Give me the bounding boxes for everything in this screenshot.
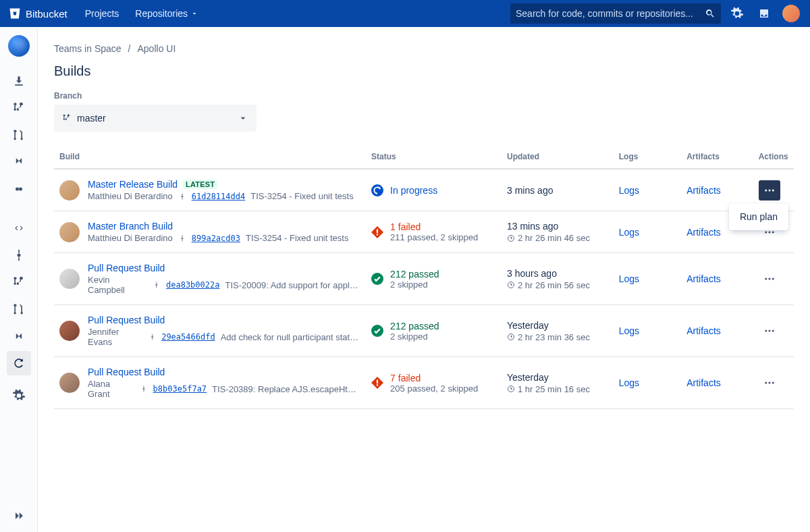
rail-clone[interactable] [7, 69, 31, 93]
project-icon[interactable] [8, 35, 30, 57]
build-title-link[interactable]: Master Release Build [88, 179, 178, 190]
row-actions-button[interactable] [759, 269, 780, 289]
th-logs: Logs [614, 147, 681, 169]
action-run-plan[interactable]: Run plan [729, 207, 788, 226]
th-actions: Actions [753, 147, 794, 169]
commit-hash-link[interactable]: 29ea5466dfd [161, 332, 215, 342]
branch-icon [62, 113, 72, 123]
avatar [59, 373, 80, 393]
nav-repositories[interactable]: Repositories [128, 0, 205, 27]
status-main: 1 failed [390, 221, 478, 232]
svg-point-3 [181, 195, 183, 197]
svg-rect-11 [377, 234, 378, 235]
row-actions-button[interactable] [759, 373, 780, 393]
updated-time: Yesterday [507, 320, 608, 331]
branch-selected: master [77, 113, 106, 124]
svg-point-14 [768, 231, 770, 233]
clock-icon [507, 333, 515, 341]
status-icon [371, 226, 383, 238]
build-duration: 1 hr 25 min 16 sec [507, 384, 608, 394]
cycle-icon [12, 356, 26, 370]
svg-rect-10 [377, 229, 378, 233]
chevron-down-icon [238, 113, 248, 124]
build-title-link[interactable]: Pull Request Build [88, 315, 165, 325]
build-title-link[interactable]: Master Branch Build [88, 221, 173, 232]
more-icon [763, 273, 776, 285]
search-input[interactable] [516, 8, 705, 19]
svg-point-33 [768, 382, 770, 384]
row-actions-button[interactable] [759, 180, 780, 201]
app-logo[interactable]: Bitbucket [8, 7, 68, 20]
status-main: In progress [390, 185, 437, 196]
clock-icon [507, 385, 515, 393]
status-sub: 2 skipped [390, 331, 439, 342]
commit-hash-link[interactable]: dea83b0022a [166, 280, 219, 290]
more-icon [763, 377, 776, 389]
commit-hash-link[interactable]: 61d28114dd4 [192, 192, 245, 201]
more-icon [763, 325, 776, 337]
logs-link[interactable]: Logs [619, 377, 639, 388]
commit-message: TIS-3254 - Fixed unit tests [246, 233, 348, 243]
build-author: Matthieu Di Berardino [88, 191, 173, 201]
settings-button[interactable] [726, 3, 748, 24]
rail-pull-requests2[interactable] [7, 297, 31, 321]
build-title-link[interactable]: Pull Request Build [88, 367, 165, 377]
svg-point-2 [17, 254, 20, 257]
svg-point-21 [772, 278, 774, 280]
artifacts-link[interactable]: Artifacts [686, 227, 721, 238]
row-actions-button[interactable] [759, 321, 780, 341]
table-row: Pull Request Build Alana Grant b8b03e5f7… [54, 357, 794, 409]
commit-message: Add check for null participant status… [221, 332, 360, 342]
rail-source[interactable] [7, 216, 31, 240]
branch-icon [12, 101, 26, 115]
artifacts-link[interactable]: Artifacts [686, 273, 721, 284]
nav-projects[interactable]: Projects [78, 0, 126, 27]
status-main: 7 failed [390, 373, 478, 383]
build-author: Jennifer Evans [88, 327, 143, 347]
logs-link[interactable]: Logs [619, 325, 639, 336]
build-author: Matthieu Di Berardino [88, 233, 173, 243]
rail-pipelines[interactable] [7, 177, 31, 201]
profile-button[interactable] [780, 3, 802, 24]
svg-point-4 [371, 184, 383, 196]
artifacts-link[interactable]: Artifacts [686, 325, 721, 336]
th-artifacts: Artifacts [681, 147, 753, 169]
global-search[interactable] [510, 3, 721, 24]
svg-point-32 [765, 382, 767, 384]
rail-commits[interactable] [7, 243, 31, 267]
crumb-project[interactable]: Teams in Space [54, 43, 122, 54]
crumb-repo[interactable]: Apollo UI [138, 43, 176, 54]
status-sub: 205 passed, 2 skipped [390, 383, 478, 394]
tray-icon [758, 7, 770, 20]
updated-time: Yesterday [507, 372, 608, 383]
status-main: 212 passed [390, 269, 439, 280]
rail-branches2[interactable] [7, 270, 31, 294]
rail-expand[interactable] [7, 504, 31, 528]
rail-repo-settings[interactable] [7, 383, 31, 408]
rail-builds[interactable] [7, 351, 31, 375]
build-duration: 2 hr 23 min 36 sec [507, 332, 608, 342]
logs-link[interactable]: Logs [619, 185, 639, 196]
logs-link[interactable]: Logs [619, 227, 639, 238]
rail-compare[interactable] [7, 324, 31, 348]
notifications-button[interactable] [753, 3, 775, 24]
branch-selector[interactable]: master [54, 105, 256, 132]
build-title-link[interactable]: Pull Request Build [88, 263, 165, 273]
artifacts-link[interactable]: Artifacts [686, 185, 721, 196]
status-sub: 211 passed, 2 skipped [390, 232, 478, 242]
table-row: Pull Request Build Jennifer Evans 29ea54… [54, 305, 794, 357]
commit-hash-link[interactable]: 899a2acd03 [192, 234, 240, 243]
rail-branches[interactable] [7, 96, 31, 120]
svg-point-28 [142, 388, 144, 390]
logs-link[interactable]: Logs [619, 273, 639, 284]
rail-pull-requests[interactable] [7, 123, 31, 147]
commit-hash-link[interactable]: b8b03e5f7a7 [153, 384, 207, 394]
svg-point-26 [768, 330, 770, 332]
updated-time: 3 mins ago [507, 185, 608, 196]
table-row: Master Release Build LATEST Matthieu Di … [54, 169, 794, 211]
rail-forks[interactable] [7, 150, 31, 174]
bitbucket-icon [8, 7, 22, 20]
artifacts-link[interactable]: Artifacts [686, 377, 721, 388]
latest-badge: LATEST [183, 180, 217, 189]
th-updated: Updated [502, 147, 614, 169]
